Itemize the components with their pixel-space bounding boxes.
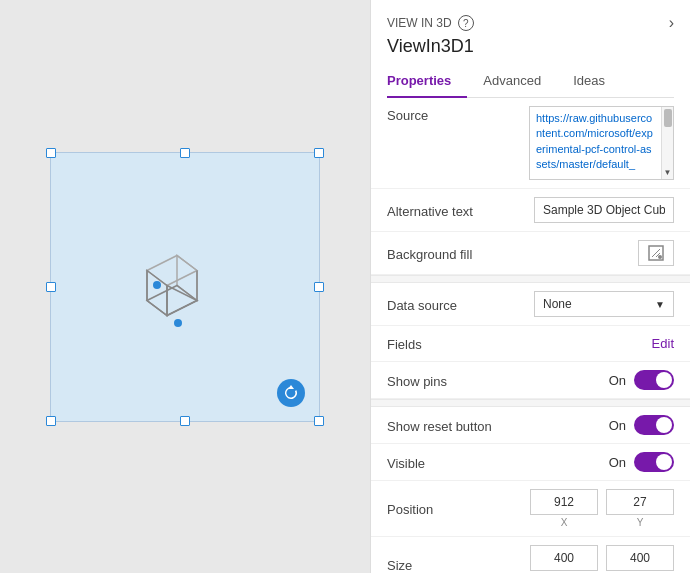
size-width-group: Width xyxy=(530,545,598,573)
canvas-area xyxy=(0,0,370,573)
dropdown-arrow-icon: ▼ xyxy=(655,299,665,310)
show-pins-state: On xyxy=(609,373,626,388)
size-label: Size xyxy=(387,556,517,573)
dot-indicator-1 xyxy=(153,281,161,289)
size-width-input[interactable] xyxy=(530,545,598,571)
position-x-input[interactable] xyxy=(530,489,598,515)
data-source-selected: None xyxy=(543,297,572,311)
tabs-bar: Properties Advanced Ideas xyxy=(387,67,674,98)
position-inputs: X Y xyxy=(530,489,674,528)
scroll-down-arrow[interactable]: ▼ xyxy=(664,168,672,177)
view-in-3d-text: VIEW IN 3D xyxy=(387,16,452,30)
size-inputs: Width Height xyxy=(530,545,674,573)
handle-top-right[interactable] xyxy=(314,148,324,158)
show-reset-label: Show reset button xyxy=(387,417,517,434)
rotate-handle[interactable] xyxy=(277,379,305,407)
section-divider-2 xyxy=(371,399,690,407)
tab-ideas[interactable]: Ideas xyxy=(573,67,621,98)
view-in-3d-row: VIEW IN 3D ? › xyxy=(387,14,674,32)
position-label: Position xyxy=(387,500,517,517)
svg-marker-8 xyxy=(288,385,294,389)
show-pins-label: Show pins xyxy=(387,372,517,389)
fields-row: Fields Edit xyxy=(371,326,690,362)
source-scrollbar[interactable]: ▼ xyxy=(661,107,673,179)
size-row: Size Width Height xyxy=(371,537,690,573)
data-source-dropdown[interactable]: None ▼ xyxy=(534,291,674,317)
visible-row: Visible On xyxy=(371,444,690,481)
handle-bot-mid[interactable] xyxy=(180,416,190,426)
visible-state: On xyxy=(609,455,626,470)
chevron-right-icon[interactable]: › xyxy=(669,14,674,32)
data-source-row: Data source None ▼ xyxy=(371,283,690,326)
visible-value: On xyxy=(517,452,674,472)
background-fill-label: Background fill xyxy=(387,245,517,262)
panel-header: VIEW IN 3D ? › ViewIn3D1 Properties Adva… xyxy=(371,0,690,98)
svg-point-10 xyxy=(658,255,662,259)
position-x-label: X xyxy=(561,517,568,528)
cube-3d xyxy=(132,245,212,328)
section-divider-1 xyxy=(371,275,690,283)
handle-mid-right[interactable] xyxy=(314,282,324,292)
handle-bot-left[interactable] xyxy=(46,416,56,426)
handle-bot-right[interactable] xyxy=(314,416,324,426)
alt-text-label: Alternative text xyxy=(387,202,517,219)
alt-text-row: Alternative text xyxy=(371,189,690,232)
visible-label: Visible xyxy=(387,454,517,471)
show-reset-row: Show reset button On xyxy=(371,407,690,444)
source-value-container: https://raw.githubusercontent.com/micros… xyxy=(517,106,674,180)
component-title: ViewIn3D1 xyxy=(387,36,674,57)
data-source-value: None ▼ xyxy=(517,291,674,317)
alt-text-input[interactable] xyxy=(534,197,674,223)
dot-indicator-2 xyxy=(174,319,182,327)
canvas-frame[interactable] xyxy=(50,152,320,422)
source-row: Source https://raw.githubusercontent.com… xyxy=(371,98,690,189)
visible-toggle[interactable] xyxy=(634,452,674,472)
visible-toggle-container: On xyxy=(609,452,674,472)
position-y-label: Y xyxy=(637,517,644,528)
svg-marker-4 xyxy=(147,285,197,315)
fields-edit-link[interactable]: Edit xyxy=(652,336,674,351)
show-pins-toggle[interactable] xyxy=(634,370,674,390)
size-height-input[interactable] xyxy=(606,545,674,571)
fill-icon xyxy=(647,244,665,262)
data-source-label: Data source xyxy=(387,296,517,313)
background-fill-row: Background fill xyxy=(371,232,690,275)
fields-value: Edit xyxy=(517,336,674,351)
handle-top-mid[interactable] xyxy=(180,148,190,158)
alt-text-value xyxy=(517,197,674,223)
handle-top-left[interactable] xyxy=(46,148,56,158)
scrollbar-thumb xyxy=(664,109,672,127)
show-reset-state: On xyxy=(609,418,626,433)
show-reset-toggle[interactable] xyxy=(634,415,674,435)
handle-mid-left[interactable] xyxy=(46,282,56,292)
show-reset-value: On xyxy=(517,415,674,435)
position-x-group: X xyxy=(530,489,598,528)
position-y-input[interactable] xyxy=(606,489,674,515)
fields-label: Fields xyxy=(387,335,517,352)
properties-content: Source https://raw.githubusercontent.com… xyxy=(371,98,690,573)
view-in-3d-label: VIEW IN 3D ? xyxy=(387,15,474,31)
tab-advanced[interactable]: Advanced xyxy=(483,67,557,98)
right-panel: VIEW IN 3D ? › ViewIn3D1 Properties Adva… xyxy=(370,0,690,573)
show-pins-value: On xyxy=(517,370,674,390)
size-value: Width Height xyxy=(517,545,674,573)
source-text[interactable]: https://raw.githubusercontent.com/micros… xyxy=(530,107,661,179)
show-pins-toggle-container: On xyxy=(609,370,674,390)
position-value: X Y xyxy=(517,489,674,528)
show-pins-row: Show pins On xyxy=(371,362,690,399)
position-y-group: Y xyxy=(606,489,674,528)
position-row: Position X Y xyxy=(371,481,690,537)
show-reset-toggle-container: On xyxy=(609,415,674,435)
help-icon[interactable]: ? xyxy=(458,15,474,31)
tab-properties[interactable]: Properties xyxy=(387,67,467,98)
source-label: Source xyxy=(387,106,517,123)
background-fill-value xyxy=(517,240,674,266)
size-height-group: Height xyxy=(606,545,674,573)
fill-button[interactable] xyxy=(638,240,674,266)
